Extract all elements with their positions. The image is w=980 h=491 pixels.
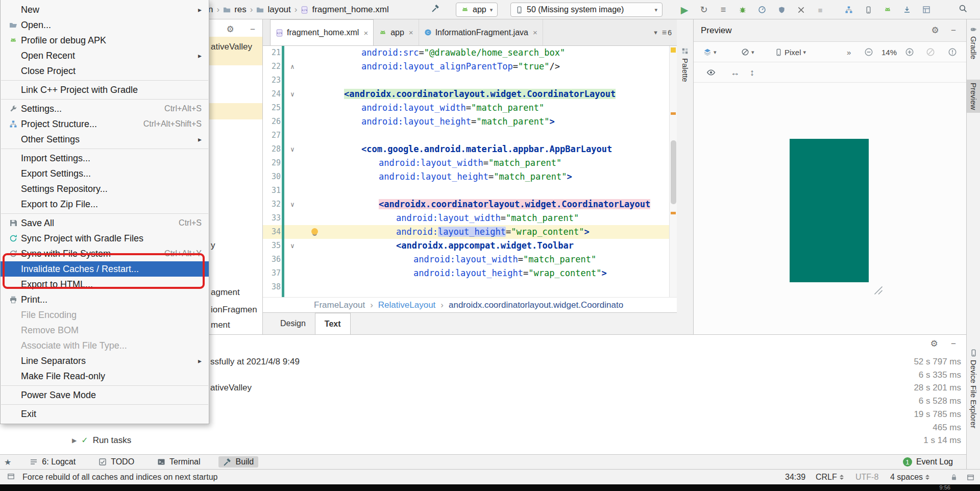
tool-tab-build[interactable]: Build [218, 456, 259, 468]
run-configurations-icon[interactable]: ≡ [717, 3, 730, 16]
chevron-down-icon[interactable]: ▾ [654, 29, 657, 36]
gear-icon[interactable]: ⚙ [929, 25, 941, 36]
layout-inspector-icon[interactable] [920, 3, 933, 16]
code-line[interactable]: 27 [263, 129, 677, 142]
code-line[interactable]: 30android:layout_height="match_parent"> [263, 170, 677, 184]
theme-select[interactable]: ▾ [741, 42, 754, 62]
preview-canvas[interactable] [694, 83, 966, 334]
avd-manager-icon[interactable] [881, 3, 894, 16]
menu-item-save-all[interactable]: Save AllCtrl+S [1, 215, 209, 231]
gear-icon[interactable]: ⚙ [928, 338, 940, 349]
lock-icon[interactable] [950, 470, 958, 485]
close-icon[interactable]: × [409, 28, 413, 37]
project-item-label[interactable]: y [211, 240, 215, 251]
device-select[interactable]: 50 (Missing system image) ▾ [510, 3, 663, 17]
project-item-label[interactable]: ativeValley [211, 42, 252, 52]
indent-select[interactable]: 4 spaces [890, 470, 929, 485]
code-line[interactable]: 28∨<com.google.android.material.appbar.A… [263, 142, 677, 156]
menu-item-project-structure[interactable]: Project Structure...Ctrl+Alt+Shift+S [1, 116, 209, 132]
menu-item-power-save-mode[interactable]: Power Save Mode [1, 387, 209, 403]
scrollbar-thumb[interactable] [671, 140, 676, 204]
menu-item-export-settings[interactable]: Export Settings... [1, 166, 209, 181]
editor-tab-informationfragment-java[interactable]: CInformationFragment.java× [419, 19, 543, 45]
code-line[interactable]: 36android:layout_width="match_parent" [263, 253, 677, 266]
breadcrumb-item[interactable]: androidx.coordinatorlayout.widget.Coordi… [449, 300, 623, 310]
build-tree-run-tasks[interactable]: ▶ ✓ Run tasks [72, 434, 131, 447]
tool-tab-device-file-explorer[interactable]: Device File Explorer [967, 346, 980, 431]
code-line[interactable]: 26android:layout_height="match_parent"> [263, 115, 677, 129]
menu-item-open[interactable]: Open... [1, 17, 209, 33]
code-line[interactable]: 38 [263, 280, 677, 294]
breadcrumb-item[interactable]: fragment_home.xml [312, 5, 388, 15]
warning-stripe-mark[interactable] [671, 212, 676, 214]
run-icon[interactable]: ▶ [678, 3, 691, 16]
menu-item-print[interactable]: Print... [1, 292, 209, 307]
build-hammer-icon[interactable] [431, 4, 440, 13]
event-log-button[interactable]: 1 Event Log [903, 457, 966, 467]
code-line[interactable]: 32∨<androidx.coordinatorlayout.widget.Co… [263, 198, 677, 211]
minimize-icon[interactable]: − [247, 23, 258, 35]
warning-stripe-mark[interactable] [671, 112, 676, 115]
code-line[interactable]: 21android:src="@drawable/home_search_box… [263, 46, 677, 60]
code-line[interactable]: 24∨<androidx.coordinatorlayout.widget.Co… [263, 87, 677, 101]
menu-item-open-recent[interactable]: Open Recent▸ [1, 48, 209, 63]
menu-item-export-to-html[interactable]: Export to HTML... [1, 277, 209, 292]
code-line[interactable]: 23 [263, 73, 677, 87]
close-icon[interactable]: × [363, 29, 368, 37]
menu-item-import-settings[interactable]: Import Settings... [1, 151, 209, 166]
code-line[interactable]: 34android:layout_height="wrap_content"> [263, 225, 677, 239]
profiler-icon[interactable] [755, 3, 769, 16]
editor-tab-fragment-home-xml[interactable]: </>fragment_home.xml× [270, 19, 374, 45]
code-line[interactable]: 33android:layout_width="match_parent" [263, 211, 677, 225]
code-line[interactable]: 29android:layout_width="match_parent" [263, 156, 677, 170]
tool-tab-gradle[interactable]: Gradle [967, 22, 980, 62]
search-everywhere-icon[interactable] [959, 4, 967, 13]
code-line[interactable]: 37android:layout_height="wrap_content"> [263, 266, 677, 280]
menu-item-make-file-read-only[interactable]: Make File Read-only [1, 369, 209, 384]
menu-item-profile-or-debug-apk[interactable]: Profile or debug APK [1, 33, 209, 48]
editor-error-stripe[interactable] [669, 46, 677, 297]
tab-text[interactable]: Text [315, 313, 351, 334]
menu-item-line-separators[interactable]: Line Separators▸ [1, 353, 209, 369]
minimize-icon[interactable]: − [948, 338, 959, 349]
tool-tab-6-logcat[interactable]: 6: Logcat [24, 456, 80, 468]
caret-position[interactable]: 34:39 [785, 470, 805, 485]
warnings-button[interactable] [948, 42, 957, 62]
menu-item-settings-repository[interactable]: Settings Repository... [1, 181, 209, 197]
menu-item-other-settings[interactable]: Other Settings▸ [1, 132, 209, 147]
close-icon[interactable]: × [533, 28, 537, 37]
menu-item-link-c-project-with-gradle[interactable]: Link C++ Project with Gradle [1, 82, 209, 97]
favorites-star-icon[interactable]: ★ [4, 457, 11, 467]
code-line[interactable]: 22∧android:layout_alignParentTop="true"/… [263, 60, 677, 73]
menu-item-exit[interactable]: Exit [1, 406, 209, 422]
attach-debugger-icon[interactable] [775, 3, 788, 16]
editor-tab-app[interactable]: app× [374, 19, 419, 45]
tool-tab-todo[interactable]: TODO [93, 456, 139, 468]
debug-icon[interactable] [736, 3, 749, 16]
project-item-label[interactable]: ionFragmen [211, 305, 257, 315]
code-line[interactable]: 25android:layout_width="match_parent" [263, 101, 677, 115]
menu-item-sync-with-file-system[interactable]: Sync with File SystemCtrl+Alt+Y [1, 246, 209, 261]
troubleshoot-icon[interactable] [794, 3, 807, 16]
tab-design[interactable]: Design [271, 313, 315, 334]
line-ending-select[interactable]: CRLF [816, 470, 844, 485]
hidden-tabs-button[interactable]: ≡ 6 [662, 28, 672, 37]
zoom-reset-button[interactable] [926, 42, 935, 62]
menu-item-settings[interactable]: Settings...Ctrl+Alt+S [1, 101, 209, 116]
orientation-swap-icon[interactable]: ↔ [730, 62, 740, 83]
menu-item-export-to-zip-file[interactable]: Export to Zip File... [1, 197, 209, 212]
project-item-label[interactable]: agment [211, 287, 240, 298]
zoom-out-button[interactable] [864, 42, 873, 62]
breadcrumb-item[interactable]: layout [267, 5, 290, 15]
code-editor[interactable]: 21android:src="@drawable/home_search_box… [263, 46, 677, 297]
preview-device-select[interactable]: Pixel ▾ [775, 42, 806, 62]
resize-mode-icon[interactable]: ↕ [750, 62, 754, 83]
sdk-manager-icon[interactable] [900, 3, 914, 16]
gear-icon[interactable]: ⚙ [225, 23, 236, 35]
breadcrumb-item[interactable]: res [234, 5, 247, 15]
stop-icon[interactable]: ■ [814, 3, 827, 16]
show-preview-button[interactable] [706, 62, 716, 83]
warning-stripe-mark[interactable] [671, 47, 676, 53]
menu-item-sync-project-with-gradle-files[interactable]: Sync Project with Gradle Files [1, 231, 209, 246]
code-line[interactable]: 31 [263, 184, 677, 198]
